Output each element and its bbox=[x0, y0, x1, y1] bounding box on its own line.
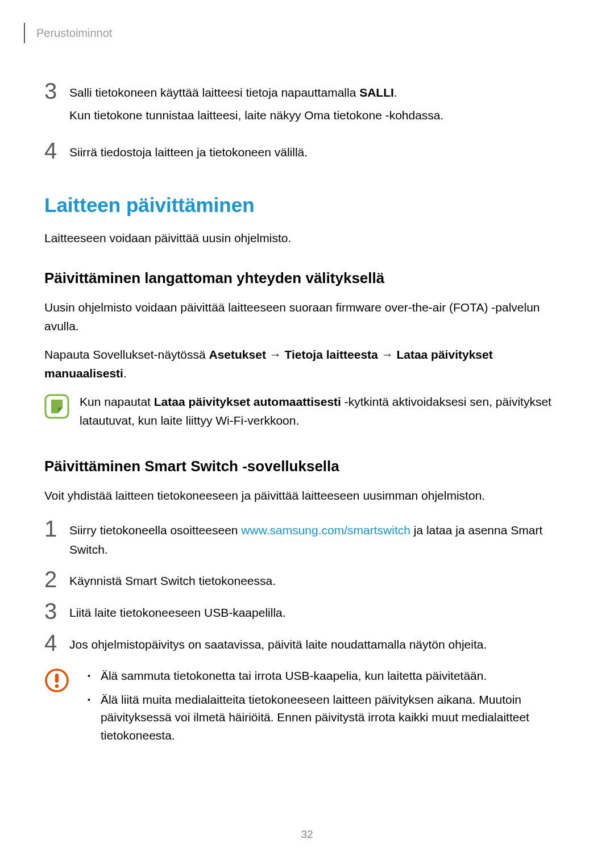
bullet-text: Älä sammuta tietokonetta tai irrota USB-… bbox=[101, 667, 570, 685]
step-content: Liitä laite tietokoneeseen USB-kaapelill… bbox=[69, 603, 286, 622]
arrow-icon: → bbox=[266, 348, 285, 361]
text-bold: SALLI bbox=[359, 86, 394, 99]
breadcrumb: Perustoiminnot bbox=[36, 27, 112, 40]
link[interactable]: www.samsung.com/smartswitch bbox=[241, 524, 410, 537]
step-4b: 4 Jos ohjelmistopäivitys on saatavissa, … bbox=[44, 635, 570, 654]
step-number: 2 bbox=[44, 568, 69, 591]
warning-block: • Älä sammuta tietokonetta tai irrota US… bbox=[44, 667, 570, 750]
step-content: Käynnistä Smart Switch tietokoneessa. bbox=[69, 571, 276, 591]
step-3b: 3 Liitä laite tietokoneeseen USB-kaapeli… bbox=[44, 603, 570, 622]
text: Kun napautat bbox=[80, 395, 154, 408]
step-1: 1 Siirry tietokoneella osoitteeseen www.… bbox=[44, 521, 570, 559]
bullet-dot-icon: • bbox=[88, 667, 90, 685]
text: Salli tietokoneen käyttää laitteesi tiet… bbox=[69, 86, 359, 99]
step-number: 3 bbox=[44, 80, 69, 128]
step-2: 2 Käynnistä Smart Switch tietokoneessa. bbox=[44, 571, 570, 591]
step-4: 4 Siirrä tiedostoja laitteen ja tietokon… bbox=[44, 143, 570, 165]
body-text: Uusin ohjelmisto voidaan päivittää laitt… bbox=[44, 298, 570, 335]
text: Kun tietokone tunnistaa laitteesi, laite… bbox=[69, 106, 443, 125]
section-intro: Laitteeseen voidaan päivittää uusin ohje… bbox=[44, 229, 570, 247]
note-content: Kun napautat Lataa päivitykset automaatt… bbox=[80, 393, 570, 430]
arrow-icon: → bbox=[378, 348, 397, 361]
bullet-item: • Älä sammuta tietokonetta tai irrota US… bbox=[80, 667, 570, 685]
text: . bbox=[394, 86, 397, 99]
body-text: Napauta Sovellukset-näytössä Asetukset →… bbox=[44, 346, 570, 383]
step-number: 1 bbox=[44, 517, 69, 559]
warning-content: • Älä sammuta tietokonetta tai irrota US… bbox=[80, 667, 570, 750]
step-content: Salli tietokoneen käyttää laitteesi tiet… bbox=[69, 83, 443, 128]
header: Perustoiminnot bbox=[44, 23, 570, 43]
page-number: 32 bbox=[0, 828, 614, 841]
warning-icon bbox=[44, 668, 69, 693]
text-bold: Asetukset bbox=[209, 348, 266, 361]
step-content: Siirry tietokoneella osoitteeseen www.sa… bbox=[69, 521, 570, 559]
text: Siirrä tiedostoja laitteen ja tietokonee… bbox=[69, 143, 308, 162]
header-divider bbox=[24, 23, 25, 43]
step-number: 4 bbox=[44, 139, 69, 165]
note-block: Kun napautat Lataa päivitykset automaatt… bbox=[44, 393, 570, 430]
text: . bbox=[123, 367, 127, 380]
step-number: 3 bbox=[44, 600, 69, 622]
section-title: Laitteen päivittäminen bbox=[44, 194, 570, 217]
body-text: Voit yhdistää laitteen tietokoneeseen ja… bbox=[44, 487, 570, 505]
text: Siirry tietokoneella osoitteeseen bbox=[69, 524, 241, 537]
step-3: 3 Salli tietokoneen käyttää laitteesi ti… bbox=[44, 83, 570, 128]
svg-point-3 bbox=[55, 684, 59, 688]
subsection-title: Päivittäminen langattoman yhteyden välit… bbox=[44, 269, 570, 287]
step-content: Siirrä tiedostoja laitteen ja tietokonee… bbox=[69, 143, 308, 165]
step-content: Jos ohjelmistopäivitys on saatavissa, pä… bbox=[69, 635, 487, 654]
svg-rect-2 bbox=[55, 674, 59, 683]
text-bold: Tietoja laitteesta bbox=[285, 348, 378, 361]
bullet-text: Älä liitä muita medialaitteita tietokone… bbox=[101, 691, 570, 745]
step-number: 4 bbox=[44, 632, 69, 654]
bullet-item: • Älä liitä muita medialaitteita tietoko… bbox=[80, 691, 570, 745]
text: Napauta Sovellukset-näytössä bbox=[44, 348, 209, 361]
subsection-title: Päivittäminen Smart Switch -sovelluksell… bbox=[44, 458, 570, 475]
bullet-dot-icon: • bbox=[88, 691, 90, 745]
note-icon bbox=[44, 394, 69, 419]
text-bold: Lataa päivitykset automaattisesti bbox=[154, 395, 341, 408]
